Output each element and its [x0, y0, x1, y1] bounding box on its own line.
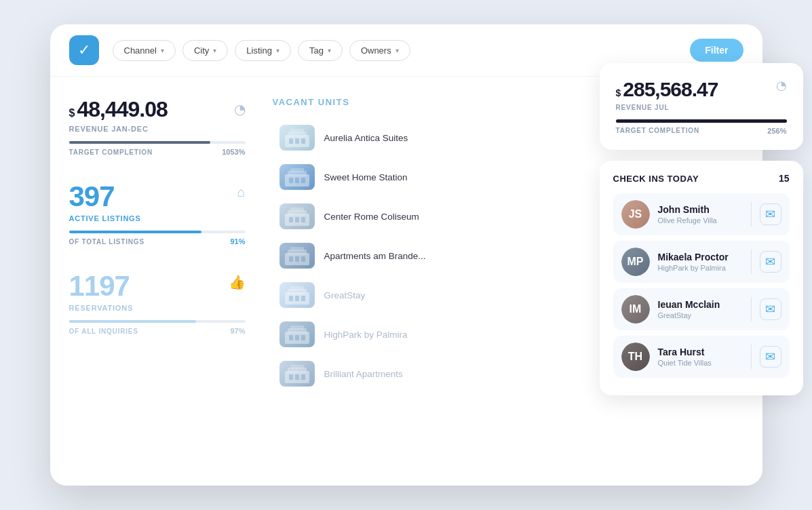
checkins-header: CHECK INS TODAY 15 [613, 173, 790, 184]
checkin-property-name: Olive Refuge Villa [658, 216, 743, 224]
avatar-initials: JS [621, 200, 650, 229]
revenue-stat: $ 48,449.08 ◔ REVENUE JAN-DEC TARGET COM… [69, 97, 246, 156]
svg-rect-15 [289, 217, 293, 222]
checkin-item: TH Tara Hurst Quiet Tide Villas ✉ [613, 336, 790, 378]
filter-pill-city[interactable]: City▾ [182, 40, 228, 61]
checkin-avatar: MP [621, 248, 650, 276]
property-thumbnail [279, 203, 315, 229]
mail-button[interactable]: ✉ [760, 346, 781, 368]
svg-rect-8 [290, 168, 304, 172]
svg-rect-41 [301, 374, 305, 380]
listings-label: ACTIVE LISTINGS [69, 214, 246, 222]
svg-rect-33 [289, 335, 293, 340]
vacant-property-name: Center Rome Coliseum [324, 212, 419, 222]
checkins-section: CHECK INS TODAY 15 JS John Smith Olive R… [600, 161, 803, 395]
svg-rect-14 [290, 208, 304, 212]
checkin-item: MP Mikaela Proctor HighPark by Palmira ✉ [613, 241, 790, 283]
filter-button[interactable]: Filter [690, 39, 743, 62]
rev-chart-icon: ◔ [776, 78, 787, 93]
revenue-progress-bar [69, 141, 246, 144]
reservations-progress-bar [69, 320, 246, 323]
checkins-title: CHECK INS TODAY [613, 174, 699, 184]
svg-rect-16 [295, 217, 299, 222]
avatar-initials: MP [621, 248, 650, 276]
svg-rect-9 [289, 178, 293, 183]
svg-rect-20 [290, 247, 304, 251]
rev-progress-bar [616, 119, 787, 123]
vacant-property-name: Sweet Home Station [324, 172, 408, 182]
rev-progress-label: TARGET COMPLETION [616, 127, 699, 135]
revenue-amount: 48,449.08 [77, 97, 167, 122]
svg-rect-26 [290, 286, 304, 290]
stats-panel: $ 48,449.08 ◔ REVENUE JAN-DEC TARGET COM… [69, 97, 246, 392]
chevron-down-icon: ▾ [328, 47, 331, 54]
svg-rect-38 [290, 365, 304, 369]
filter-label-channel: Channel [124, 45, 157, 56]
checkin-property-name: GreatStay [658, 311, 743, 319]
avatar-initials: IM [621, 295, 650, 323]
vacant-property-name: Aurelia Antica Suites [324, 133, 408, 143]
revenue-progress-fill [69, 141, 210, 144]
filter-pill-owners[interactable]: Owners▾ [349, 40, 410, 61]
logo-check-icon: ✓ [78, 41, 90, 59]
svg-rect-10 [295, 178, 299, 183]
chevron-down-icon: ▾ [161, 47, 164, 54]
property-thumbnail [279, 361, 315, 387]
listings-number: 397 [69, 180, 115, 213]
checkin-guest-name: John Smith [658, 204, 743, 215]
property-thumbnail [279, 321, 315, 347]
revenue-card: $ 285,568.47 REVENUE JUL ◔ TARGET COMPLE… [600, 63, 803, 150]
checkin-item: JS John Smith Olive Refuge Villa ✉ [613, 193, 790, 235]
reservations-progress-fill [69, 320, 196, 323]
main-content: $ 48,449.08 ◔ REVENUE JAN-DEC TARGET COM… [50, 77, 762, 412]
filter-pill-channel[interactable]: Channel▾ [113, 40, 176, 61]
revenue-dollar: $ [69, 107, 75, 119]
revenue-progress-label: TARGET COMPLETION [69, 149, 153, 156]
vacant-property-name: Brilliant Apartments [324, 369, 403, 379]
svg-rect-39 [289, 374, 293, 380]
rev-dollar: $ [616, 87, 621, 98]
svg-rect-4 [295, 138, 299, 144]
filter-pill-tag[interactable]: Tag▾ [298, 40, 343, 61]
revenue-label: REVENUE JAN-DEC [69, 125, 246, 133]
listings-progress-label: OF TOTAL LISTINGS [69, 238, 144, 246]
checkin-info: Mikaela Proctor HighPark by Palmira [658, 252, 743, 272]
logo: ✓ [69, 35, 99, 65]
svg-rect-5 [301, 138, 305, 144]
svg-rect-40 [295, 374, 299, 380]
svg-rect-17 [301, 217, 305, 222]
home-icon: ⌂ [237, 184, 245, 200]
svg-rect-27 [289, 296, 293, 301]
mail-button[interactable]: ✉ [760, 203, 781, 225]
checkin-avatar: JS [621, 200, 650, 229]
checkin-guest-name: Ieuan Mcclain [658, 299, 743, 310]
property-thumbnail [279, 164, 315, 190]
checkins-list: JS John Smith Olive Refuge Villa ✉ MP Mi… [613, 193, 790, 378]
mail-button[interactable]: ✉ [760, 251, 781, 273]
mail-button[interactable]: ✉ [760, 298, 781, 320]
checkin-info: Tara Hurst Quiet Tide Villas [658, 347, 743, 367]
checkin-avatar: IM [621, 295, 650, 323]
vacant-property-name: Apartments am Brande... [324, 251, 426, 261]
filter-group: Channel▾City▾Listing▾Tag▾Owners▾ [113, 40, 682, 61]
checkin-guest-name: Mikaela Proctor [658, 252, 743, 262]
checkin-divider [751, 250, 752, 274]
checkin-guest-name: Tara Hurst [658, 347, 743, 357]
listings-progress-fill [69, 231, 201, 233]
checkin-item: IM Ieuan Mcclain GreatStay ✉ [613, 288, 790, 330]
svg-rect-34 [295, 335, 299, 340]
checkin-avatar: TH [621, 342, 650, 371]
reservations-progress-value: 97% [230, 327, 245, 335]
checkin-property-name: HighPark by Palmira [658, 264, 743, 272]
rev-amount: 285,568.47 [623, 78, 718, 101]
revenue-progress-value: 1053% [222, 148, 245, 156]
checkin-info: Ieuan Mcclain GreatStay [658, 299, 743, 319]
filter-pill-listing[interactable]: Listing▾ [235, 40, 291, 61]
checkin-divider [751, 297, 752, 321]
filter-label-city: City [194, 45, 209, 56]
reservations-label: RESERVATIONS [69, 304, 246, 312]
listings-stat: 397 ⌂ ACTIVE LISTINGS OF TOTAL LISTINGS … [69, 180, 246, 246]
avatar-initials: TH [621, 342, 650, 371]
svg-rect-32 [290, 326, 304, 330]
property-thumbnail [279, 125, 315, 151]
